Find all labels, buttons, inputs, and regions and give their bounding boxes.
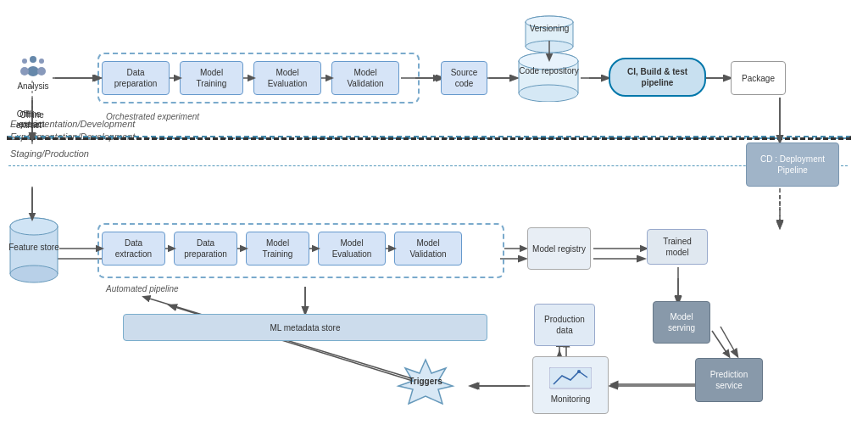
automated-pipeline-label: Automated pipeline xyxy=(106,284,179,293)
data-preparation-top: Data preparation xyxy=(102,61,170,95)
analysis-label: Analysis xyxy=(12,81,54,91)
data-extraction: Data extraction xyxy=(102,232,165,266)
code-repository: Code repository xyxy=(517,53,581,102)
model-registry: Model registry xyxy=(527,227,591,270)
versioning: Versioning xyxy=(524,15,575,53)
svg-point-32 xyxy=(10,266,58,282)
model-serving: Model serving xyxy=(653,301,710,344)
analysis-node: Analysis xyxy=(12,53,54,91)
monitoring: Monitoring xyxy=(532,356,609,414)
svg-point-47 xyxy=(519,85,578,102)
prediction-service: Prediction service xyxy=(695,358,763,402)
svg-point-24 xyxy=(22,59,27,64)
cd-deployment: CD : Deployment Pipeline xyxy=(746,143,839,187)
svg-point-74 xyxy=(577,370,581,373)
feature-store-label: Feature store xyxy=(8,242,59,253)
model-training-top: Model Training xyxy=(180,61,243,95)
triggers: Triggers xyxy=(392,358,459,405)
model-training-bottom: Model Training xyxy=(246,232,309,266)
svg-point-33 xyxy=(10,218,58,235)
offline-extract: Offline extract xyxy=(4,109,53,131)
trained-model: Trained model xyxy=(647,229,708,265)
model-evaluation-bottom: Model Evaluation xyxy=(318,232,386,266)
diagram: Experimentation/Development Experimentat… xyxy=(0,0,868,436)
svg-point-27 xyxy=(37,67,46,75)
orchestrated-experiment-label: Orchestrated experiment xyxy=(106,112,199,121)
svg-point-23 xyxy=(27,66,39,76)
code-repository-label: Code repository xyxy=(517,65,581,76)
data-preparation-bottom: Data preparation xyxy=(174,232,237,266)
svg-line-14 xyxy=(721,327,737,356)
package: Package xyxy=(731,61,786,95)
monitoring-label: Monitoring xyxy=(551,394,591,404)
model-validation-bottom: Model Validation xyxy=(394,232,462,266)
ci-build-test-pipeline: CI, Build & test pipeline xyxy=(609,58,706,97)
model-evaluation-top: Model Evaluation xyxy=(253,61,321,95)
svg-point-41 xyxy=(526,41,573,53)
triggers-label: Triggers xyxy=(409,377,442,386)
versioning-label: Versioning xyxy=(524,24,575,33)
production-data: Production data xyxy=(534,304,595,346)
model-validation-top: Model Validation xyxy=(331,61,399,95)
source-code: Source code xyxy=(441,61,487,95)
svg-point-22 xyxy=(30,56,36,63)
svg-point-25 xyxy=(20,67,29,75)
svg-line-56 xyxy=(712,331,729,356)
svg-rect-73 xyxy=(549,367,592,388)
ml-metadata-store: ML metadata store xyxy=(123,314,487,341)
feature-store: Feature store xyxy=(8,216,59,284)
staging-label: Staging/Production xyxy=(10,148,89,159)
svg-point-26 xyxy=(39,59,44,64)
